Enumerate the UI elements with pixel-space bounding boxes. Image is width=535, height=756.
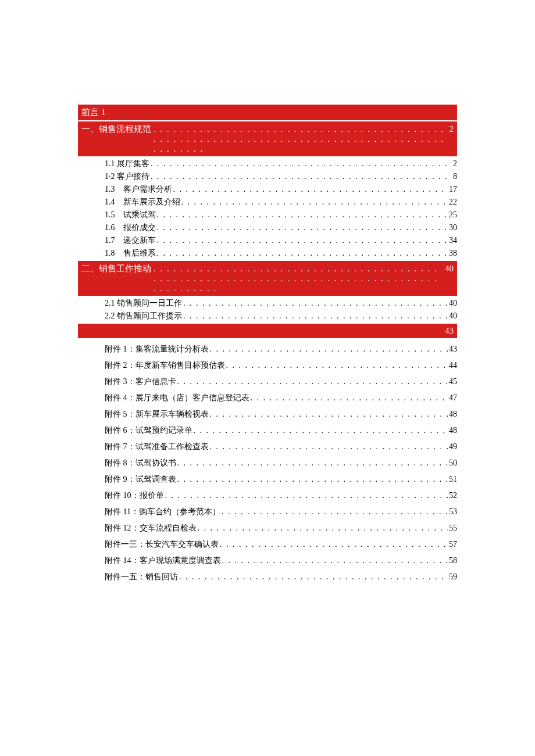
leader-dots: . . . . . . . . . . . . . . . . . . . . … [154, 124, 447, 154]
toc-entry: 附件 8：试驾协议书 . . . . . . . . . . . . . . .… [78, 458, 457, 468]
entry-page: 58 [448, 556, 457, 565]
leader-dots: . . . . . . . . . . . . . . . . . . . . … [177, 377, 448, 386]
leader-dots: . . . . . . . . . . . . . . . . . . . . … [157, 236, 448, 245]
toc-entry: 1.5 试乘试驾 . . . . . . . . . . . . . . . .… [78, 210, 457, 220]
toc-entry: 1.4 新车展示及介绍 . . . . . . . . . . . . . . … [78, 197, 457, 207]
toc-entry: 附件 7：试驾准备工作检查表 . . . . . . . . . . . . .… [78, 442, 457, 452]
leader-dots: . . . . . . . . . . . . . . . . . . . . … [173, 185, 448, 194]
leader-dots: . . . . . . . . . . . . . . . . . . . . … [194, 426, 448, 435]
entry-label: 1·2 客户接待 [105, 171, 151, 182]
table-of-contents: 前言 1 一、销售流程规范 . . . . . . . . . . . . . … [78, 105, 457, 582]
entry-page: 49 [448, 442, 457, 452]
leader-dots: . . . . . . . . . . . . . . . . . . . . … [151, 159, 452, 169]
toc-entry: 2.2 销售顾问工作提示 . . . . . . . . . . . . . .… [78, 311, 457, 321]
entry-label: 1.7 递交新车 [105, 235, 157, 246]
toc-entry: 2.1 销售顾问一日工作 . . . . . . . . . . . . . .… [78, 298, 457, 309]
entry-label: 附件 6：试驾预约记录单 [105, 425, 194, 436]
entry-label: 2.1 销售顾问一日工作 [105, 298, 183, 309]
entry-label: 附件 10：报价单 [105, 490, 165, 501]
entry-label: 附件 2：年度新车销售目标预估表 [105, 360, 226, 371]
entry-page: 17 [448, 185, 457, 194]
section-1-entries: 1.1 展厅集客 . . . . . . . . . . . . . . . .… [78, 159, 457, 259]
preface-header: 前言 1 [78, 105, 457, 120]
leader-dots: . . . . . . . . . . . . . . . . . . . . … [154, 264, 443, 293]
entry-page: 48 [448, 410, 457, 419]
entry-page: 43 [448, 345, 457, 354]
toc-entry: 1.3 客户需求分析 . . . . . . . . . . . . . . .… [78, 184, 457, 195]
entry-page: 45 [448, 377, 457, 386]
entry-label: 附件 12：交车流程自检表 [105, 523, 198, 533]
entry-label: 1.5 试乘试驾 [105, 210, 157, 220]
section-1-header: 一、销售流程规范 . . . . . . . . . . . . . . . .… [78, 121, 457, 156]
toc-entry: 附件 11：购车合约（参考范本） . . . . . . . . . . . .… [78, 507, 457, 517]
entry-page: 8 [452, 172, 457, 181]
entry-page: 2 [452, 159, 457, 169]
toc-entry: 附件 2：年度新车销售目标预估表 . . . . . . . . . . . .… [78, 360, 457, 371]
attachments-entries: 附件 1：集客流量统计分析表 . . . . . . . . . . . . .… [78, 344, 457, 582]
leader-dots: . . . . . . . . . . . . . . . . . . . . … [177, 475, 448, 484]
entry-page: 25 [448, 210, 457, 220]
section-2-page: 40 [445, 264, 454, 274]
section-2-label: 二、销售工作推动 [81, 263, 151, 274]
entry-page: 34 [448, 236, 457, 245]
entry-page: 44 [448, 361, 457, 370]
toc-entry: 附件 12：交车流程自检表 . . . . . . . . . . . . . … [78, 523, 457, 533]
toc-entry: 附件 1：集客流量统计分析表 . . . . . . . . . . . . .… [78, 344, 457, 354]
entry-page: 40 [448, 311, 457, 321]
toc-entry: 附件 14：客户现场满意度调查表 . . . . . . . . . . . .… [78, 556, 457, 566]
entry-label: 1.1 展厅集客 [105, 159, 151, 169]
leader-dots: . . . . . . . . . . . . . . . . . . . . … [222, 507, 448, 517]
entry-label: 1.6 报价成交 [105, 223, 157, 233]
entry-page: 40 [448, 299, 457, 308]
entry-page: 55 [448, 524, 457, 533]
leader-dots: . . . . . . . . . . . . . . . . . . . . … [183, 311, 448, 321]
entry-label: 2.2 销售顾问工作提示 [105, 311, 183, 321]
entry-label: 附件 1：集客流量统计分析表 [105, 344, 210, 354]
entry-label: 附件 8：试驾协议书 [105, 458, 177, 468]
entry-page: 30 [448, 223, 457, 232]
entry-page: 53 [448, 507, 457, 517]
entry-page: 59 [448, 572, 457, 582]
leader-dots: . . . . . . . . . . . . . . . . . . . . … [210, 442, 448, 452]
toc-entry: 附件 10：报价单 . . . . . . . . . . . . . . . … [78, 490, 457, 501]
section-1-label: 一、销售流程规范 [81, 124, 151, 135]
entry-page: 57 [448, 540, 457, 549]
entry-label: 附件一三：长安汽车交车确认表 [105, 539, 220, 550]
entry-label: 附件 7：试驾准备工作检查表 [105, 442, 210, 452]
toc-entry: 附件一三：长安汽车交车确认表 . . . . . . . . . . . . .… [78, 539, 457, 550]
toc-entry: 1.8 售后维系 . . . . . . . . . . . . . . . .… [78, 248, 457, 259]
entry-label: 附件 4：展厅来电（店）客户信息登记表 [105, 393, 251, 403]
attachments-page: 43 [445, 326, 454, 335]
leader-dots: . . . . . . . . . . . . . . . . . . . . … [157, 223, 448, 232]
entry-label: 附件 14：客户现场满意度调查表 [105, 556, 222, 566]
toc-entry: 附件 9：试驾调查表 . . . . . . . . . . . . . . .… [78, 474, 457, 485]
entry-page: 38 [448, 249, 457, 258]
leader-dots: . . . . . . . . . . . . . . . . . . . . … [210, 410, 448, 419]
toc-entry: 附件 5：新车展示车辆检视表 . . . . . . . . . . . . .… [78, 409, 457, 420]
section-1-page: 2 [450, 124, 454, 134]
leader-dots: . . . . . . . . . . . . . . . . . . . . … [210, 345, 448, 354]
leader-dots: . . . . . . . . . . . . . . . . . . . . … [220, 540, 448, 549]
entry-label: 附件 11：购车合约（参考范本） [105, 507, 222, 517]
entry-label: 1.3 客户需求分析 [105, 184, 173, 195]
leader-dots: . . . . . . . . . . . . . . . . . . . . … [226, 361, 448, 370]
leader-dots: . . . . . . . . . . . . . . . . . . . . … [198, 524, 448, 533]
entry-label: 附件 5：新车展示车辆检视表 [105, 409, 210, 420]
leader-dots: . . . . . . . . . . . . . . . . . . . . … [183, 299, 448, 308]
section-2-header: 二、销售工作推动 . . . . . . . . . . . . . . . .… [78, 261, 457, 296]
entry-label: 1.8 售后维系 [105, 248, 157, 259]
entry-page: 22 [448, 198, 457, 207]
entry-label: 附件 3：客户信息卡 [105, 377, 177, 387]
entry-page: 50 [448, 458, 457, 468]
leader-dots: . . . . . . . . . . . . . . . . . . . . … [165, 491, 448, 500]
preface-page: 1 [101, 108, 106, 117]
leader-dots: . . . . . . . . . . . . . . . . . . . . … [157, 249, 448, 258]
leader-dots: . . . . . . . . . . . . . . . . . . . . … [157, 210, 448, 220]
toc-entry: 1.6 报价成交 . . . . . . . . . . . . . . . .… [78, 223, 457, 233]
leader-dots: . . . . . . . . . . . . . . . . . . . . … [181, 198, 448, 207]
section-2-entries: 2.1 销售顾问一日工作 . . . . . . . . . . . . . .… [78, 298, 457, 321]
entry-page: 52 [448, 491, 457, 500]
entry-label: 附件一五：销售回访 [105, 572, 179, 582]
entry-label: 1.4 新车展示及介绍 [105, 197, 181, 207]
toc-entry: 附件 4：展厅来电（店）客户信息登记表 . . . . . . . . . . … [78, 393, 457, 403]
